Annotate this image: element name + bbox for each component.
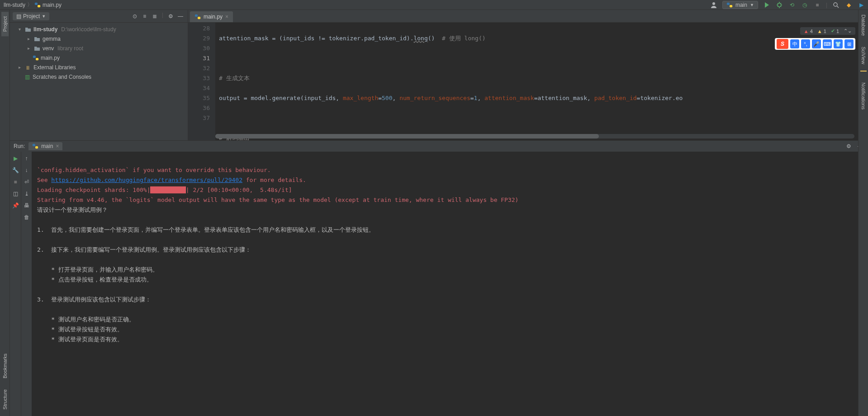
run-config-label: main bbox=[735, 2, 747, 8]
tree-scratches[interactable]: ▥ Scratches and Consoles bbox=[10, 72, 188, 81]
ide-settings-icon[interactable]: ◆ bbox=[844, 1, 853, 9]
tree-file-main[interactable]: main.py bbox=[10, 53, 188, 62]
project-tree[interactable]: ▾ llm-study D:\work\code\llm-study ▸ gem… bbox=[10, 23, 188, 140]
stop-button[interactable]: ■ bbox=[11, 178, 19, 186]
line-gutter[interactable]: 28 29 30 31 32 33 34 35 36 37 bbox=[188, 23, 215, 140]
print-button[interactable]: 🖶 bbox=[23, 201, 31, 210]
collapse-all-button[interactable]: ≣ bbox=[150, 12, 159, 21]
console-line: * 测试登录按钮是否有效。 bbox=[37, 326, 123, 333]
console-line: `config.hidden_activation` if you want t… bbox=[37, 167, 271, 173]
code-area[interactable]: attention_mask = (input_ids != tokenizer… bbox=[215, 23, 868, 140]
tree-folder-gemma[interactable]: ▸ gemma bbox=[10, 34, 188, 43]
library-icon: ⫼ bbox=[24, 64, 32, 71]
run-config-selector[interactable]: main ▼ bbox=[722, 1, 758, 9]
svg-rect-7 bbox=[33, 55, 36, 57]
stop-button[interactable]: ■ bbox=[813, 1, 821, 9]
breadcrumb: llm-study 〉 main.py bbox=[0, 1, 62, 9]
svg-rect-8 bbox=[36, 58, 38, 60]
updates-icon[interactable]: ▶ bbox=[857, 1, 865, 9]
right-tool-rail: Database SciView Notifications bbox=[858, 10, 868, 416]
debug-button[interactable] bbox=[775, 1, 783, 9]
pin-button[interactable]: 📌 bbox=[11, 201, 19, 210]
library-folder-icon bbox=[33, 45, 41, 52]
tree-project-root[interactable]: ▾ llm-study D:\work\code\llm-study bbox=[10, 24, 188, 34]
run-button[interactable] bbox=[763, 1, 771, 9]
select-opened-file-button[interactable]: ⊙ bbox=[130, 12, 139, 21]
editor-horizontal-scrollbar[interactable] bbox=[215, 134, 854, 139]
close-tab-icon[interactable]: × bbox=[56, 143, 59, 149]
console-line: 1. 首先，我们需要创建一个登录页面，并编写一个登录表单。登录表单应该包含一个用… bbox=[37, 226, 375, 233]
console-line: * 打开登录页面，并输入用户名和密码。 bbox=[37, 266, 158, 273]
database-tool-tab[interactable]: Database bbox=[860, 10, 867, 40]
python-file-icon bbox=[33, 55, 39, 61]
svg-point-2 bbox=[712, 2, 715, 5]
python-file-icon bbox=[34, 2, 41, 8]
project-view-selector[interactable]: ▤ Project ▼ bbox=[13, 12, 49, 20]
run-coverage-button[interactable]: ⟲ bbox=[788, 1, 796, 9]
structure-tool-tab[interactable]: Structure bbox=[1, 385, 9, 414]
python-icon bbox=[32, 143, 38, 149]
panel-settings-button[interactable]: ⚙ bbox=[166, 12, 175, 21]
console-line: * 点击登录按钮，检查登录是否成功。 bbox=[37, 276, 152, 283]
modify-run-config-button[interactable]: 🔧 bbox=[11, 166, 19, 174]
titlebar: llm-study 〉 main.py main ▼ ⟲ ◷ ■ | ◆ ▶ bbox=[0, 0, 868, 10]
chevron-down-icon: ▼ bbox=[42, 14, 46, 19]
layout-button[interactable]: ◫ bbox=[11, 190, 19, 198]
scrollbar-thumb[interactable] bbox=[215, 134, 599, 139]
project-tool-tab[interactable]: Project bbox=[1, 12, 9, 36]
run-tab-main[interactable]: main × bbox=[28, 142, 62, 150]
tree-folder-venv[interactable]: ▸ venv library root bbox=[10, 43, 188, 53]
svg-rect-0 bbox=[35, 2, 38, 5]
scroll-down-button[interactable]: ↓ bbox=[23, 166, 31, 174]
svg-rect-4 bbox=[730, 5, 732, 7]
close-tab-icon[interactable]: × bbox=[225, 14, 228, 20]
editor: main.py × ⋮ ▲4 ▲1 ✔1 ⌃⌄ S 中 °, 🎤 bbox=[188, 10, 868, 140]
console-output[interactable]: `config.hidden_activation` if you want t… bbox=[32, 152, 868, 416]
console-line: * 测试用户名和密码是否正确。 bbox=[37, 316, 135, 323]
svg-rect-12 bbox=[35, 146, 38, 148]
folder-icon bbox=[24, 26, 32, 33]
sciview-tool-tab[interactable]: SciView bbox=[860, 42, 867, 69]
breadcrumb-project[interactable]: llm-study bbox=[4, 2, 25, 8]
svg-rect-11 bbox=[33, 144, 35, 146]
search-everywhere-button[interactable] bbox=[832, 1, 840, 9]
bookmarks-tool-tab[interactable]: Bookmarks bbox=[1, 349, 9, 383]
chevron-right-icon[interactable]: ▸ bbox=[25, 36, 32, 41]
breadcrumb-file[interactable]: main.py bbox=[43, 2, 62, 8]
svg-rect-10 bbox=[198, 17, 200, 19]
tree-external-libraries[interactable]: ▸ ⫼ External Libraries bbox=[10, 62, 188, 72]
svg-rect-3 bbox=[727, 3, 730, 5]
console-line: * 测试登录页面是否有效。 bbox=[37, 336, 123, 343]
run-panel-title: Run: bbox=[14, 143, 25, 149]
console-line: 2. 接下来，我们需要编写一个登录测试用例。登录测试用例应该包含以下步骤： bbox=[37, 246, 251, 253]
hide-panel-button[interactable]: — bbox=[176, 12, 185, 21]
chevron-right-icon[interactable]: ▸ bbox=[16, 65, 23, 70]
chevron-right-icon[interactable]: ▸ bbox=[25, 46, 32, 51]
svg-rect-1 bbox=[38, 5, 40, 7]
notifications-tool-tab[interactable]: Notifications bbox=[860, 78, 867, 114]
chevron-down-icon: ▼ bbox=[750, 3, 754, 7]
run-action-gutter: ▶ 🔧 ■ ◫ 📌 bbox=[10, 152, 21, 416]
python-file-icon bbox=[194, 14, 201, 20]
rerun-button[interactable]: ▶ bbox=[11, 154, 19, 163]
scroll-to-end-button[interactable]: ⤓ bbox=[23, 190, 31, 198]
console-line: Loading checkpoint shards: 100%|████████… bbox=[37, 186, 292, 193]
run-settings-button[interactable]: ⚙ bbox=[844, 142, 853, 150]
clear-all-button[interactable]: 🗑 bbox=[23, 213, 31, 221]
console-line: Starting from v4.46, the `logits` model … bbox=[37, 196, 518, 203]
chevron-right-icon: 〉 bbox=[27, 1, 33, 9]
editor-body[interactable]: 28 29 30 31 32 33 34 35 36 37 attention_… bbox=[188, 23, 868, 140]
console-link[interactable]: https://github.com/huggingface/transform… bbox=[51, 177, 242, 183]
editor-tab-main[interactable]: main.py × bbox=[190, 11, 233, 22]
user-menu-icon[interactable] bbox=[710, 1, 718, 9]
folder-icon bbox=[33, 35, 41, 43]
separator bbox=[860, 71, 867, 76]
scroll-up-button[interactable]: ↑ bbox=[23, 154, 31, 163]
profile-button[interactable]: ◷ bbox=[801, 1, 809, 9]
console-line: See https://github.com/huggingface/trans… bbox=[37, 177, 306, 183]
project-panel: ▤ Project ▼ ⊙ ≡ ≣ | ⚙ — bbox=[10, 10, 188, 140]
chevron-down-icon[interactable]: ▾ bbox=[16, 27, 23, 32]
svg-rect-9 bbox=[195, 14, 198, 17]
expand-all-button[interactable]: ≡ bbox=[140, 12, 149, 21]
soft-wrap-button[interactable]: ⏎ bbox=[23, 178, 31, 186]
